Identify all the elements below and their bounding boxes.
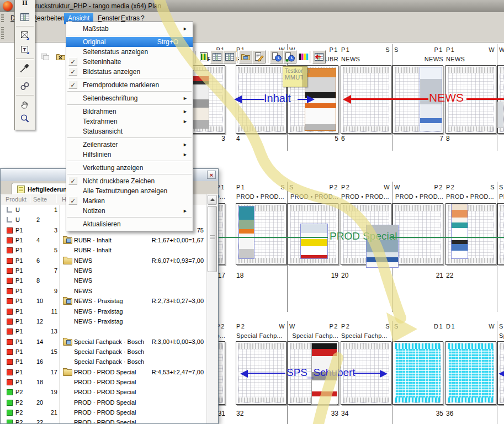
status-icon [7, 328, 13, 335]
menubar-grip[interactable] [1, 14, 4, 23]
toolbar-separator [310, 51, 311, 63]
scroll-up-button[interactable] [208, 195, 217, 205]
heft-value: R:4,53+I:2,47=7,00 [132, 367, 204, 377]
cascade-windows-button[interactable] [39, 50, 52, 63]
eyedropper-tool[interactable] [17, 61, 33, 75]
table-tool[interactable] [17, 10, 33, 24]
app-icon[interactable] [3, 1, 13, 11]
panel-scrollbar[interactable] [206, 194, 217, 423]
panel-row[interactable]: P15RUBR · Inhalt [1, 245, 207, 255]
panel-row[interactable]: P117PROD · PROD SpecialR:4,53+I:2,47=7,0… [1, 367, 207, 377]
menu-item-marken[interactable]: Marken✓ [66, 196, 193, 206]
panel-row[interactable]: P19NEWS [1, 286, 207, 296]
color-separation-button[interactable] [297, 50, 310, 63]
page-structure-button[interactable] [197, 50, 210, 63]
menu-item-hilfslinien[interactable]: Hilfslinien► [66, 150, 193, 160]
panel-row[interactable]: P116Special Fachpack · Bosch [1, 357, 207, 367]
image-frame-tool[interactable] [17, 29, 33, 42]
panel-row[interactable]: P115Special Fachpack · Bosch [1, 347, 207, 357]
zoom-tool[interactable] [17, 112, 33, 125]
ad-stripe [452, 251, 468, 258]
titlebar[interactable]: Druckstruktur_PHP - tango media (x64) Pl… [0, 0, 504, 13]
ad-thumbnail[interactable] [300, 224, 328, 259]
menu-item-original[interactable]: OriginalStrg+O [66, 37, 193, 47]
ad-stripe [193, 120, 209, 128]
menu-item-label: Seiteninhalte [83, 58, 121, 66]
panel-row[interactable]: P111NEWS · Praxistag [1, 306, 207, 316]
panel-row[interactable]: P220PROD · PROD Special [1, 398, 207, 407]
status-clock-button[interactable] [270, 50, 283, 63]
heft-name: NEWS [74, 275, 92, 285]
link-tool[interactable] [17, 80, 33, 93]
page-number-cell: 4 [36, 235, 40, 245]
panel-row[interactable]: P16NEWSR:6,07+I:0,93=7,00 [1, 256, 207, 266]
menu-item-zeilenraster[interactable]: Zeilenraster► [66, 140, 193, 150]
page-thumbnail-35[interactable] [392, 341, 443, 405]
sticky-note[interactable]: Testkomm MMUTZ [283, 66, 307, 87]
menu-item-bildstatus-anzeigen[interactable]: Bildstatus anzeigen✓ [66, 67, 193, 77]
panel-row[interactable]: P14RUBR · InhaltR:1,67+I:0,00=1,67 [1, 235, 207, 245]
table-view-button-1[interactable] [210, 50, 224, 63]
page-number-cell: 7 [44, 266, 57, 275]
panel-row[interactable]: P114Special Fachpack · BoschR:3,00+I:0,0… [1, 337, 207, 347]
folder-icon [63, 369, 72, 376]
ad-thumbnail[interactable] [238, 206, 254, 259]
menu-item-label: Bildrahmen [83, 108, 116, 115]
ad-thumbnail[interactable] [497, 102, 503, 128]
close-icon[interactable]: × [207, 171, 216, 179]
toolbar-grip[interactable] [1, 27, 4, 39]
menu-item-verkettung-anzeigen[interactable]: Verkettung anzeigen [66, 163, 193, 173]
ad-stripe [193, 84, 209, 99]
status-icon [7, 359, 13, 365]
menu-item-seitenstatus-anzeigen[interactable]: Seitenstatus anzeigen [66, 47, 193, 57]
ad-thumbnail[interactable] [451, 204, 468, 259]
page-thumbnail-21[interactable] [392, 203, 443, 265]
panel-row[interactable]: P17NEWS [1, 266, 207, 275]
status-icon [7, 278, 13, 284]
panel-row[interactable]: P113 [1, 326, 207, 336]
panel-row[interactable]: P219PROD · PROD Special [1, 387, 207, 397]
status-clock-add-button[interactable] [283, 50, 296, 63]
page-thumbnail-36[interactable] [445, 341, 496, 405]
ad-stripe [305, 124, 336, 130]
text-frame-tool[interactable]: T [17, 43, 33, 56]
menu-item-label: Seitenbeschriftung [83, 94, 137, 102]
menu-item-seiteninhalte[interactable]: Seiteninhalte✓ [66, 57, 193, 67]
ad-stripe [305, 103, 336, 108]
panel-row[interactable]: P112NEWS · Praxistag [1, 316, 207, 326]
column-header-seite[interactable]: Seite [33, 196, 47, 203]
panel-row[interactable]: P221PROD · PROD Special [1, 407, 207, 417]
menu-item-notizen[interactable]: Notizen► [66, 206, 193, 216]
panel-row[interactable]: P18NEWS [1, 275, 207, 285]
menu-item-nicht-druckbare-zeichen[interactable]: Nicht druckbare Zeichen✓ [66, 176, 193, 186]
menu-item-statusansicht[interactable]: Statusansicht [66, 126, 193, 136]
panel-row[interactable]: P118PROD · PROD Special [1, 377, 207, 387]
menu-item-bildrahmen[interactable]: Bildrahmen► [66, 107, 193, 116]
scrollbar-thumb[interactable] [208, 206, 217, 272]
panel-row[interactable]: P222PROD · PROD Special [1, 417, 207, 423]
page-thumbnail[interactable] [497, 203, 504, 265]
ad-stripe [301, 233, 327, 239]
note-line: Testkomm [285, 68, 302, 74]
ad-stripe [420, 104, 442, 118]
column-header-produkt[interactable]: Produkt [6, 196, 26, 203]
menu-item-aktualisieren[interactable]: Aktualisieren [66, 219, 193, 229]
window-title: Druckstruktur_PHP - tango media (x64) Pl… [30, 2, 161, 10]
hand-tool[interactable] [17, 98, 33, 111]
edit-document-button[interactable] [252, 50, 266, 63]
menu-item-seitenbeschriftung[interactable]: Seitenbeschriftung► [66, 93, 193, 103]
page-number: 6 [341, 135, 345, 142]
open-folder-button[interactable] [239, 50, 252, 63]
menu-item-fremdprodukte-markieren[interactable]: Fremdprodukte markieren✓ [66, 80, 193, 90]
text-tool[interactable]: II [17, 0, 33, 9]
chain-line [248, 373, 285, 374]
page-label: W [272, 323, 285, 330]
table-back-button[interactable] [312, 50, 326, 63]
submenu-arrow-icon: ► [183, 93, 188, 103]
menu-item-ma-stab[interactable]: Maßstab► [66, 24, 193, 34]
table-view-button-2[interactable] [223, 50, 236, 63]
ad-thumbnail[interactable] [193, 70, 209, 129]
menu-item-textrahmen[interactable]: Textrahmen► [66, 116, 193, 126]
menu-item-alle-textnutzungen-anzeigen[interactable]: Alle Textnutzungen anzeigen [66, 186, 193, 196]
panel-row[interactable]: P110NEWS · PraxistagR:2,73+I:0,27=3,00 [1, 296, 207, 306]
